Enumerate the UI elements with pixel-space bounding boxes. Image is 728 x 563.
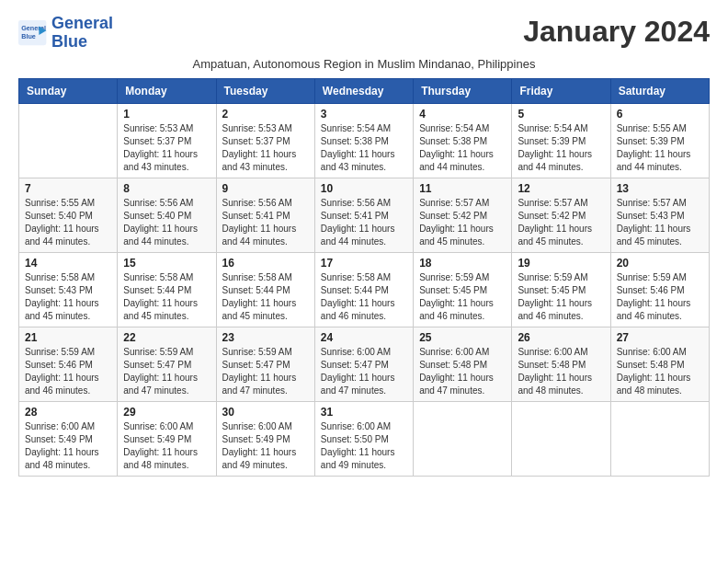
day-number: 7 <box>25 182 111 195</box>
month-title: January 2024 <box>523 15 710 49</box>
day-number: 11 <box>419 182 506 195</box>
day-detail: Sunrise: 5:59 AMSunset: 5:45 PMDaylight:… <box>419 271 506 323</box>
day-detail: Sunrise: 5:55 AMSunset: 5:39 PMDaylight:… <box>617 122 703 174</box>
day-number: 15 <box>123 257 210 270</box>
day-detail: Sunrise: 5:57 AMSunset: 5:42 PMDaylight:… <box>518 197 604 248</box>
day-number: 27 <box>617 331 703 344</box>
calendar-cell: 31Sunrise: 6:00 AMSunset: 5:50 PMDayligh… <box>314 401 413 476</box>
calendar-cell: 11Sunrise: 5:57 AMSunset: 5:42 PMDayligh… <box>414 178 512 252</box>
day-detail: Sunrise: 6:00 AMSunset: 5:48 PMDaylight:… <box>617 346 703 397</box>
calendar-cell: 23Sunrise: 5:59 AMSunset: 5:47 PMDayligh… <box>216 327 314 401</box>
logo-icon: General Blue <box>18 20 48 46</box>
day-detail: Sunrise: 5:54 AMSunset: 5:38 PMDaylight:… <box>321 122 407 174</box>
day-number: 12 <box>518 182 604 195</box>
logo: General Blue General Blue <box>18 15 113 52</box>
col-header-tuesday: Tuesday <box>216 78 314 103</box>
day-detail: Sunrise: 6:00 AMSunset: 5:50 PMDaylight:… <box>321 420 407 472</box>
calendar-cell: 29Sunrise: 6:00 AMSunset: 5:49 PMDayligh… <box>118 401 216 476</box>
calendar-cell: 25Sunrise: 6:00 AMSunset: 5:48 PMDayligh… <box>414 327 512 401</box>
calendar-cell: 21Sunrise: 5:59 AMSunset: 5:46 PMDayligh… <box>19 327 118 401</box>
calendar-cell: 18Sunrise: 5:59 AMSunset: 5:45 PMDayligh… <box>414 252 512 327</box>
day-detail: Sunrise: 6:00 AMSunset: 5:49 PMDaylight:… <box>222 420 309 472</box>
day-number: 18 <box>419 257 506 270</box>
day-number: 9 <box>222 182 309 195</box>
calendar-cell: 16Sunrise: 5:58 AMSunset: 5:44 PMDayligh… <box>216 252 314 327</box>
day-detail: Sunrise: 5:58 AMSunset: 5:44 PMDaylight:… <box>222 271 309 323</box>
calendar-cell <box>19 103 118 178</box>
day-number: 2 <box>222 108 309 121</box>
day-number: 6 <box>617 108 703 121</box>
calendar-week-3: 14Sunrise: 5:58 AMSunset: 5:43 PMDayligh… <box>19 252 710 327</box>
calendar-cell: 24Sunrise: 6:00 AMSunset: 5:47 PMDayligh… <box>314 327 413 401</box>
day-detail: Sunrise: 5:56 AMSunset: 5:41 PMDaylight:… <box>321 197 407 248</box>
calendar-cell: 3Sunrise: 5:54 AMSunset: 5:38 PMDaylight… <box>314 103 413 178</box>
calendar-cell: 22Sunrise: 5:59 AMSunset: 5:47 PMDayligh… <box>118 327 216 401</box>
day-detail: Sunrise: 5:59 AMSunset: 5:45 PMDaylight:… <box>518 271 604 323</box>
day-number: 14 <box>25 257 111 270</box>
calendar-cell: 9Sunrise: 5:56 AMSunset: 5:41 PMDaylight… <box>216 178 314 252</box>
calendar-cell: 6Sunrise: 5:55 AMSunset: 5:39 PMDaylight… <box>610 103 709 178</box>
day-detail: Sunrise: 5:59 AMSunset: 5:47 PMDaylight:… <box>222 346 309 397</box>
calendar-cell: 28Sunrise: 6:00 AMSunset: 5:49 PMDayligh… <box>19 401 118 476</box>
day-detail: Sunrise: 5:55 AMSunset: 5:40 PMDaylight:… <box>25 197 111 248</box>
calendar-cell: 17Sunrise: 5:58 AMSunset: 5:44 PMDayligh… <box>314 252 413 327</box>
day-number: 29 <box>123 406 210 419</box>
calendar-cell: 13Sunrise: 5:57 AMSunset: 5:43 PMDayligh… <box>610 178 709 252</box>
day-number: 19 <box>518 257 604 270</box>
day-number: 25 <box>419 331 506 344</box>
calendar-cell: 30Sunrise: 6:00 AMSunset: 5:49 PMDayligh… <box>216 401 314 476</box>
day-detail: Sunrise: 6:00 AMSunset: 5:49 PMDaylight:… <box>123 420 210 472</box>
calendar-cell: 20Sunrise: 5:59 AMSunset: 5:46 PMDayligh… <box>610 252 709 327</box>
calendar-header-row: SundayMondayTuesdayWednesdayThursdayFrid… <box>19 78 710 103</box>
calendar-cell: 8Sunrise: 5:56 AMSunset: 5:40 PMDaylight… <box>118 178 216 252</box>
calendar-cell: 14Sunrise: 5:58 AMSunset: 5:43 PMDayligh… <box>19 252 118 327</box>
col-header-wednesday: Wednesday <box>314 78 413 103</box>
calendar-week-2: 7Sunrise: 5:55 AMSunset: 5:40 PMDaylight… <box>19 178 710 252</box>
logo-text: General Blue <box>51 15 113 52</box>
day-detail: Sunrise: 5:58 AMSunset: 5:44 PMDaylight:… <box>321 271 407 323</box>
col-header-friday: Friday <box>512 78 610 103</box>
calendar-cell: 19Sunrise: 5:59 AMSunset: 5:45 PMDayligh… <box>512 252 610 327</box>
day-number: 16 <box>222 257 309 270</box>
day-number: 30 <box>222 406 309 419</box>
calendar-cell: 12Sunrise: 5:57 AMSunset: 5:42 PMDayligh… <box>512 178 610 252</box>
calendar-cell: 10Sunrise: 5:56 AMSunset: 5:41 PMDayligh… <box>314 178 413 252</box>
day-detail: Sunrise: 5:53 AMSunset: 5:37 PMDaylight:… <box>222 122 309 174</box>
calendar-cell: 7Sunrise: 5:55 AMSunset: 5:40 PMDaylight… <box>19 178 118 252</box>
calendar-cell: 15Sunrise: 5:58 AMSunset: 5:44 PMDayligh… <box>118 252 216 327</box>
day-number: 1 <box>123 108 210 121</box>
day-detail: Sunrise: 5:54 AMSunset: 5:39 PMDaylight:… <box>518 122 604 174</box>
day-detail: Sunrise: 5:54 AMSunset: 5:38 PMDaylight:… <box>419 122 506 174</box>
day-number: 28 <box>25 406 111 419</box>
calendar-table: SundayMondayTuesdayWednesdayThursdayFrid… <box>18 78 710 477</box>
col-header-saturday: Saturday <box>610 78 709 103</box>
day-number: 22 <box>123 331 210 344</box>
day-detail: Sunrise: 5:53 AMSunset: 5:37 PMDaylight:… <box>123 122 210 174</box>
day-number: 26 <box>518 331 604 344</box>
calendar-cell: 1Sunrise: 5:53 AMSunset: 5:37 PMDaylight… <box>118 103 216 178</box>
day-detail: Sunrise: 5:59 AMSunset: 5:47 PMDaylight:… <box>123 346 210 397</box>
calendar-cell: 2Sunrise: 5:53 AMSunset: 5:37 PMDaylight… <box>216 103 314 178</box>
day-number: 4 <box>419 108 506 121</box>
day-detail: Sunrise: 5:59 AMSunset: 5:46 PMDaylight:… <box>617 271 703 323</box>
calendar-cell: 27Sunrise: 6:00 AMSunset: 5:48 PMDayligh… <box>610 327 709 401</box>
calendar-week-4: 21Sunrise: 5:59 AMSunset: 5:46 PMDayligh… <box>19 327 710 401</box>
day-detail: Sunrise: 5:59 AMSunset: 5:46 PMDaylight:… <box>25 346 111 397</box>
day-detail: Sunrise: 6:00 AMSunset: 5:48 PMDaylight:… <box>518 346 604 397</box>
day-detail: Sunrise: 5:57 AMSunset: 5:42 PMDaylight:… <box>419 197 506 248</box>
day-number: 8 <box>123 182 210 195</box>
day-detail: Sunrise: 5:57 AMSunset: 5:43 PMDaylight:… <box>617 197 703 248</box>
day-detail: Sunrise: 5:56 AMSunset: 5:40 PMDaylight:… <box>123 197 210 248</box>
day-number: 20 <box>617 257 703 270</box>
calendar-subtitle: Ampatuan, Autonomous Region in Muslim Mi… <box>18 57 710 71</box>
day-number: 17 <box>321 257 407 270</box>
col-header-thursday: Thursday <box>414 78 512 103</box>
calendar-cell: 26Sunrise: 6:00 AMSunset: 5:48 PMDayligh… <box>512 327 610 401</box>
col-header-sunday: Sunday <box>19 78 118 103</box>
day-number: 13 <box>617 182 703 195</box>
day-detail: Sunrise: 6:00 AMSunset: 5:47 PMDaylight:… <box>321 346 407 397</box>
svg-text:Blue: Blue <box>21 32 36 40</box>
calendar-cell <box>610 401 709 476</box>
calendar-cell <box>414 401 512 476</box>
day-number: 21 <box>25 331 111 344</box>
